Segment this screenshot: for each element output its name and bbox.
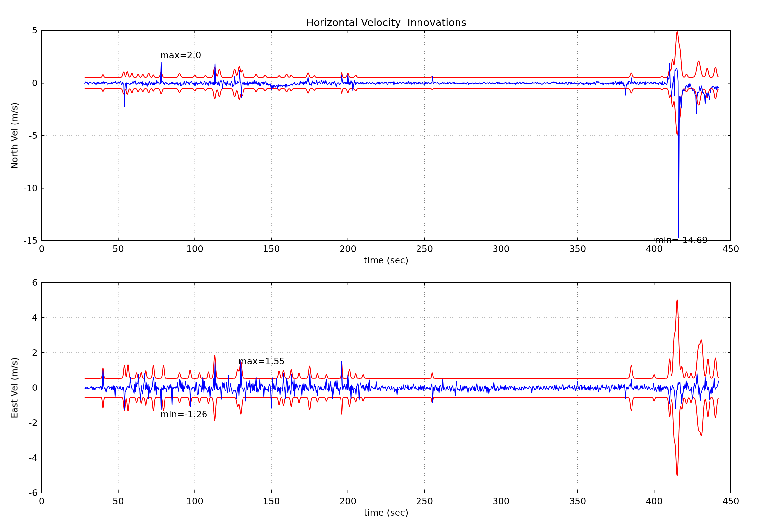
x-tick-label: 200 (322, 244, 374, 254)
x-tick-label: 400 (628, 244, 680, 254)
x-tick-label: 350 (551, 496, 604, 506)
y-tick-label: 0 (0, 383, 38, 393)
x-axis-label-east: time (sec) (42, 508, 731, 517)
y-tick-label: -15 (0, 236, 38, 246)
figure: Horizontal Velocity Innovations North Ve… (0, 0, 759, 532)
x-tick-label: 150 (245, 496, 298, 506)
x-tick-label: 450 (704, 496, 757, 506)
y-tick-label: -5 (0, 131, 38, 140)
x-tick-label: 250 (398, 244, 451, 254)
x-tick-label: 300 (475, 244, 527, 254)
x-tick-label: 50 (92, 244, 144, 254)
annotation-north-max: max=2.0 (160, 50, 201, 60)
annotation-east-min: min=-1.26 (160, 409, 207, 419)
y-tick-label: -4 (0, 453, 38, 463)
y-tick-label: 5 (0, 25, 38, 35)
y-tick-label: 0 (0, 78, 38, 88)
x-tick-label: 300 (475, 496, 527, 506)
x-tick-label: 200 (322, 496, 374, 506)
annotation-north-min: min=-14.69 (655, 235, 708, 245)
y-tick-label: -2 (0, 418, 38, 428)
annotation-east-max: max=1.55 (239, 356, 285, 366)
x-tick-label: 150 (245, 244, 298, 254)
x-tick-label: 400 (628, 496, 680, 506)
y-tick-label: 4 (0, 313, 38, 323)
x-tick-label: 450 (704, 244, 757, 254)
x-tick-label: 50 (92, 496, 144, 506)
x-tick-label: 250 (398, 496, 451, 506)
y-tick-label: 6 (0, 278, 38, 287)
x-axis-label-north: time (sec) (42, 255, 731, 265)
plot-canvas (0, 0, 759, 532)
x-tick-label: 100 (169, 496, 221, 506)
y-tick-label: -10 (0, 183, 38, 193)
y-tick-label: 2 (0, 348, 38, 358)
y-tick-label: -6 (0, 488, 38, 498)
x-tick-label: 100 (169, 244, 221, 254)
chart-title: Horizontal Velocity Innovations (42, 17, 731, 28)
x-tick-label: 350 (551, 244, 604, 254)
